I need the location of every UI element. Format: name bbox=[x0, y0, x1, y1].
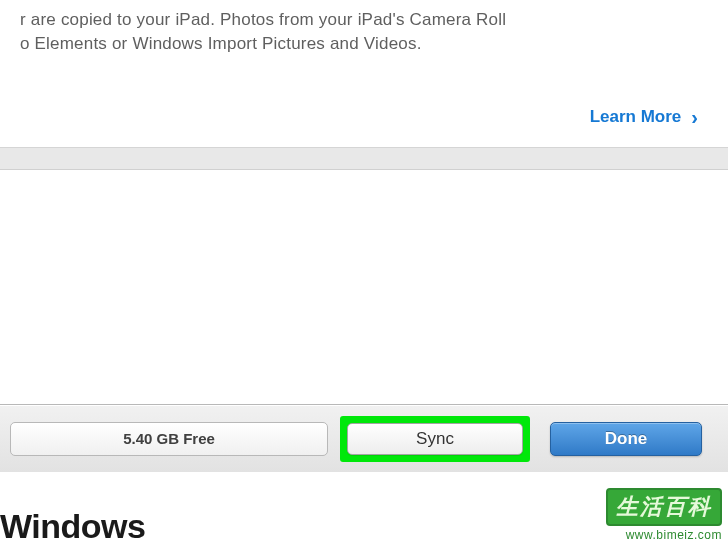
content-area bbox=[0, 170, 728, 405]
footer-caption: Windows bbox=[0, 507, 145, 546]
storage-free-label: 5.40 GB Free bbox=[123, 430, 215, 447]
learn-more-row: Learn More › bbox=[20, 106, 708, 129]
sync-button[interactable]: Sync bbox=[347, 423, 523, 455]
description-text: r are copied to your iPad. Photos from y… bbox=[20, 8, 708, 56]
chevron-right-icon: › bbox=[691, 106, 698, 129]
section-divider-bar bbox=[0, 148, 728, 170]
description-line-1: r are copied to your iPad. Photos from y… bbox=[20, 10, 506, 29]
description-line-2: o Elements or Windows Import Pictures an… bbox=[20, 34, 422, 53]
learn-more-link[interactable]: Learn More › bbox=[590, 106, 698, 129]
watermark: 生活百科 www.bimeiz.com bbox=[606, 488, 722, 542]
done-button[interactable]: Done bbox=[550, 422, 702, 456]
info-panel: r are copied to your iPad. Photos from y… bbox=[0, 0, 728, 148]
watermark-url: www.bimeiz.com bbox=[606, 528, 722, 542]
action-bar: 5.40 GB Free Sync Done bbox=[0, 405, 728, 472]
sync-highlight-box: Sync bbox=[340, 416, 530, 462]
storage-indicator[interactable]: 5.40 GB Free bbox=[10, 422, 328, 456]
learn-more-label: Learn More bbox=[590, 107, 682, 127]
watermark-logo: 生活百科 bbox=[606, 488, 722, 526]
